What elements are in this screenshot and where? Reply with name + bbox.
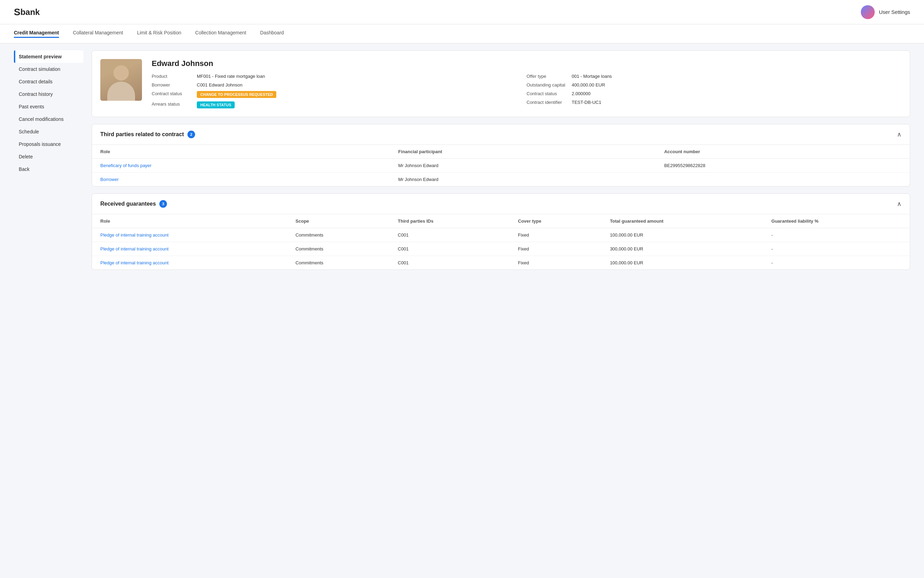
sidebar-item-statement[interactable]: Statement preview — [14, 50, 83, 63]
g-liability-cell: - — [763, 228, 910, 242]
col-account: Account number — [656, 145, 910, 159]
third-parties-header: Third parties related to contract 2 ∧ — [92, 124, 910, 145]
table-row: Borrower Mr Johnson Edward — [92, 173, 910, 187]
sidebar-item-simulation[interactable]: Contract simulation — [14, 63, 83, 75]
g-cover-type-cell: Fixed — [510, 242, 602, 256]
contract-status-badge: CHANGE TO PROCESSUS REQUESTED — [197, 91, 276, 98]
g-role-cell: Pledge of internal training account — [92, 256, 287, 270]
borrower-label: Borrower — [152, 82, 197, 88]
table-row: Pledge of internal training account Comm… — [92, 228, 910, 242]
third-parties-collapse-icon[interactable]: ∧ — [897, 131, 901, 138]
tab-collateral-management[interactable]: Collateral Management — [73, 30, 123, 38]
arrears-status-label: Arrears status — [152, 101, 197, 107]
guarantees-collapse-icon[interactable]: ∧ — [897, 200, 901, 208]
g-liability-cell: - — [763, 256, 910, 270]
outstanding-capital-value: 400,000.00 EUR — [572, 82, 605, 88]
third-parties-title: Third parties related to contract — [100, 131, 184, 138]
contract-identifier-value: TEST-DB-UC1 — [572, 100, 601, 105]
g-third-parties-cell: C001 — [390, 256, 510, 270]
content-area: Edward Johnson Product MF001 - Fixed rat… — [92, 50, 910, 571]
topbar: S bank User Settings — [0, 0, 924, 24]
table-row: Beneficary of funds payer Mr Johnson Edw… — [92, 159, 910, 173]
participant-cell: Mr Johnson Edward — [390, 159, 656, 173]
contract-status-right-row: Contract status 2.000000 — [527, 91, 901, 96]
profile-info-grid: Product MF001 - Fixed rate mortgage loan… — [152, 74, 901, 109]
guarantees-table: Role Scope Third parties IDs Cover type … — [92, 214, 910, 270]
contract-status-right-value: 2.000000 — [572, 91, 591, 96]
sidebar-item-back[interactable]: Back — [14, 163, 83, 175]
col-g-role: Role — [92, 214, 287, 228]
guarantees-header-row: Role Scope Third parties IDs Cover type … — [92, 214, 910, 228]
beneficary-link[interactable]: Beneficary of funds payer — [100, 163, 151, 168]
g-cover-type-cell: Fixed — [510, 256, 602, 270]
guarantees-count: 3 — [159, 200, 167, 208]
tab-dashboard[interactable]: Dashboard — [260, 30, 284, 38]
col-participant: Financial participant — [390, 145, 656, 159]
borrower-row: Borrower C001 Edward Johnson — [152, 82, 527, 88]
logo-s: S — [14, 6, 21, 18]
col-g-liability: Guaranteed liability % — [763, 214, 910, 228]
table-row: Pledge of internal training account Comm… — [92, 242, 910, 256]
arrears-status-badge: HEALTH STATUS — [197, 101, 235, 109]
g-cover-type-cell: Fixed — [510, 228, 602, 242]
contract-status-right-label: Contract status — [527, 91, 572, 96]
g-role-cell: Pledge of internal training account — [92, 242, 287, 256]
guarantees-title: Received guarantees — [100, 201, 156, 207]
sidebar-item-proposals[interactable]: Proposals issuance — [14, 138, 83, 150]
borrower-value: C001 Edward Johnson — [197, 82, 243, 88]
logo-rest: bank — [21, 7, 40, 17]
g-total-cell: 300,000.00 EUR — [602, 242, 763, 256]
contract-identifier-label: Contract identifier — [527, 100, 572, 105]
g-third-parties-cell: C001 — [390, 242, 510, 256]
g-third-parties-cell: C001 — [390, 228, 510, 242]
col-g-scope: Scope — [287, 214, 390, 228]
tab-limit-risk[interactable]: Limit & Risk Position — [137, 30, 181, 38]
product-row: Product MF001 - Fixed rate mortgage loan — [152, 74, 527, 79]
g-total-cell: 100,000.00 EUR — [602, 228, 763, 242]
guarantee-link-2[interactable]: Pledge of internal training account — [100, 246, 169, 252]
sidebar-item-cancel-modifications[interactable]: Cancel modifications — [14, 113, 83, 125]
role-cell: Beneficary of funds payer — [92, 159, 390, 173]
col-g-cover-type: Cover type — [510, 214, 602, 228]
g-role-cell: Pledge of internal training account — [92, 228, 287, 242]
sidebar-item-delete[interactable]: Delete — [14, 150, 83, 163]
sidebar-item-schedule[interactable]: Schedule — [14, 125, 83, 138]
col-role: Role — [92, 145, 390, 159]
sidebar: Statement preview Contract simulation Co… — [14, 50, 83, 571]
outstanding-capital-label: Outstanding capital — [527, 82, 572, 88]
contract-status-row: Contract status CHANGE TO PROCESSUS REQU… — [152, 91, 527, 98]
sidebar-item-details[interactable]: Contract details — [14, 75, 83, 88]
contract-status-label: Contract status — [152, 91, 197, 96]
sidebar-item-past-events[interactable]: Past events — [14, 101, 83, 113]
product-label: Product — [152, 74, 197, 79]
profile-right-col: Offer type 001 - Mortage loans Outstandi… — [527, 74, 901, 109]
guarantee-link-3[interactable]: Pledge of internal training account — [100, 260, 169, 265]
arrears-status-row: Arrears status HEALTH STATUS — [152, 101, 527, 109]
guarantees-header: Received guarantees 3 ∧ — [92, 194, 910, 214]
third-parties-count: 2 — [188, 131, 195, 138]
guarantee-link-1[interactable]: Pledge of internal training account — [100, 232, 169, 238]
col-g-total: Total guaranteed amount — [602, 214, 763, 228]
avatar — [861, 5, 875, 19]
profile-photo — [100, 59, 142, 101]
participant-cell: Mr Johnson Edward — [390, 173, 656, 187]
third-parties-header-row: Role Financial participant Account numbe… — [92, 145, 910, 159]
profile-card: Edward Johnson Product MF001 - Fixed rat… — [92, 50, 910, 117]
person-silhouette — [100, 59, 142, 101]
user-settings-label: User Settings — [879, 9, 910, 15]
g-scope-cell: Commitments — [287, 256, 390, 270]
profile-name: Edward Johnson — [152, 59, 901, 68]
sidebar-item-history[interactable]: Contract history — [14, 88, 83, 101]
guarantees-card: Received guarantees 3 ∧ Role Scope Third… — [92, 193, 910, 270]
borrower-link[interactable]: Borrower — [100, 177, 119, 182]
tab-collection-management[interactable]: Collection Management — [195, 30, 246, 38]
g-scope-cell: Commitments — [287, 242, 390, 256]
tab-credit-management[interactable]: Credit Management — [14, 30, 59, 38]
role-cell: Borrower — [92, 173, 390, 187]
offer-type-value: 001 - Mortage loans — [572, 74, 612, 79]
table-row: Pledge of internal training account Comm… — [92, 256, 910, 270]
user-section[interactable]: User Settings — [861, 5, 910, 19]
col-g-third-parties: Third parties IDs — [390, 214, 510, 228]
offer-type-row: Offer type 001 - Mortage loans — [527, 74, 901, 79]
main-layout: Statement preview Contract simulation Co… — [0, 44, 924, 578]
